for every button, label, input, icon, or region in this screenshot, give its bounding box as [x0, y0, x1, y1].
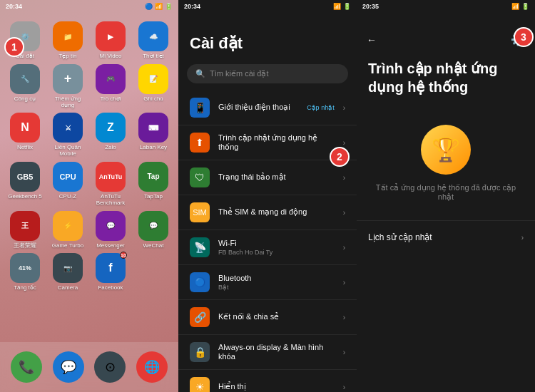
settings-text-sim: Thẻ SIM & mạng di động — [218, 207, 335, 217]
app-geekbench[interactable]: GB5 Geekbench 5 — [6, 162, 44, 207]
app-add[interactable]: + Thêm ứng dụng — [49, 64, 87, 109]
back-button[interactable]: ← — [367, 34, 377, 46]
search-icon: 🔍 — [195, 69, 205, 78]
app-taptap[interactable]: Tap TapTap — [134, 162, 173, 207]
app-wechat[interactable]: 💬 WeChat — [134, 211, 173, 249]
time-3: 20:35 — [362, 3, 379, 10]
update-page-title: Trình cập nhật ứng dụng hệ thống — [357, 52, 535, 103]
app-empty — [134, 253, 173, 292]
update-header: ← ⚙️ 3 — [357, 13, 535, 52]
dock-recents[interactable]: ⊙ — [94, 351, 126, 383]
settings-text-connection: Kết nối & chia sẻ — [218, 312, 335, 321]
settings-text-bluetooth: Bluetooth Bật — [218, 274, 335, 290]
settings-text-update: Trình cập nhật ứng dụng hệ thống — [218, 133, 335, 152]
settings-icon-connection: 🔗 — [190, 307, 210, 327]
settings-icon-about: 📱 — [190, 98, 210, 118]
app-facebook[interactable]: f 10 Facebook — [91, 253, 130, 292]
app-files[interactable]: 📁 Tệp tin — [49, 21, 87, 60]
app-settings[interactable]: ⚙️ 1 Cài đặt — [6, 21, 44, 60]
settings-title: Cài đặt — [178, 13, 357, 60]
settings-icon-sim: SIM — [190, 202, 210, 222]
settings-icon-update: ⬆ — [190, 133, 210, 153]
app-labankey[interactable]: ⌨ Laban Key — [134, 113, 173, 158]
settings-item-lockscreen[interactable]: 🔒 Always-on display & Màn hình khóa › — [178, 335, 357, 370]
status-icons-1: 🔵 📶 🔋 — [145, 3, 173, 10]
status-icons-2: 📶 🔋 — [333, 3, 351, 10]
panel-settings: 20:34 📶 🔋 Cài đặt 🔍 Tìm kiếm cài đặt 📱 G… — [178, 0, 357, 392]
status-bar-3: 20:35 📶 🔋 — [357, 0, 535, 13]
settings-icon-security: 🛡 — [190, 167, 210, 187]
settings-item-wifi[interactable]: 📡 Wi-Fi FB Bach Ho Dai Ty › — [178, 230, 357, 265]
settings-item-display[interactable]: ☀ Hiển thị › — [178, 370, 357, 392]
dock-chrome[interactable]: 🌐 — [136, 351, 168, 383]
panel-home-screen: 20:34 🔵 📶 🔋 ⚙️ 1 Cài đặt 📁 Tệp tin ▶ Mi … — [0, 0, 178, 392]
settings-text-lockscreen: Always-on display & Màn hình khóa — [218, 343, 335, 361]
settings-text-display: Hiển thị — [218, 382, 335, 391]
settings-icon-wifi: 📡 — [190, 237, 210, 257]
notification-badge: 10 — [120, 252, 127, 259]
settings-item-about[interactable]: 📱 Giới thiệu điện thoại Cập nhật › — [178, 91, 357, 125]
panel-system-update: 20:35 📶 🔋 ← ⚙️ 3 Trình cập nhật ứng dụng… — [357, 0, 535, 392]
status-bar-2: 20:34 📶 🔋 — [178, 0, 357, 13]
update-status-text: Tất cả ứng dụng hệ thống đã được cập nhậ… — [368, 183, 524, 202]
settings-icon-display: ☀ — [190, 377, 210, 392]
update-trophy-icon: 🏆 — [421, 125, 471, 175]
app-tools[interactable]: 🔧 Công cụ — [6, 64, 44, 109]
step-badge-2: 2 — [330, 147, 350, 167]
settings-text-about: Giới thiệu điện thoại — [218, 103, 298, 112]
app-grid: ⚙️ 1 Cài đặt 📁 Tệp tin ▶ Mi Video ☁️ Thờ… — [0, 16, 178, 297]
update-history-row[interactable]: Lịch sử cập nhật › — [357, 220, 535, 254]
time-1: 20:34 — [6, 3, 22, 10]
app-cpuz[interactable]: CPU CPU-Z — [49, 162, 87, 207]
app-camera[interactable]: 📷 Camera — [49, 253, 87, 292]
app-lienquan[interactable]: ⚔ Liên Quân Mobile — [49, 113, 87, 158]
app-zalo[interactable]: Z Zalo — [91, 113, 130, 158]
dock-phone[interactable]: 📞 — [11, 351, 42, 383]
settings-item-security[interactable]: 🛡 Trạng thái bảo mật › — [178, 160, 357, 195]
settings-icon-bluetooth: 🔵 — [190, 272, 210, 292]
app-boost[interactable]: 41% Tăng tốc — [6, 253, 44, 292]
step-badge-3: 3 — [514, 27, 534, 47]
app-wangzhe[interactable]: 王 王者荣耀 — [6, 211, 44, 249]
settings-item-bluetooth[interactable]: 🔵 Bluetooth Bật › — [178, 265, 357, 300]
app-notes[interactable]: 📝 Ghi chú — [134, 64, 173, 109]
app-games[interactable]: 🎮 Trò chơi — [91, 64, 130, 109]
app-weather[interactable]: ☁️ Thời tiết — [134, 21, 173, 60]
settings-text-wifi: Wi-Fi FB Bach Ho Dai Ty — [218, 239, 335, 255]
settings-list: 📱 Giới thiệu điện thoại Cập nhật › ⬆ Trì… — [178, 88, 357, 392]
dock: 📞 💬 ⊙ 🌐 — [0, 342, 178, 392]
update-history-arrow: › — [521, 234, 524, 242]
settings-gear-icon[interactable]: ⚙️ 3 — [511, 33, 525, 46]
status-bar-1: 20:34 🔵 📶 🔋 — [0, 0, 178, 13]
time-2: 20:34 — [184, 3, 200, 10]
settings-item-connection[interactable]: 🔗 Kết nối & chia sẻ › — [178, 300, 357, 335]
dock-messages[interactable]: 💬 — [53, 351, 84, 383]
settings-item-update[interactable]: ⬆ Trình cập nhật ứng dụng hệ thống › 2 — [178, 125, 357, 160]
settings-item-sim[interactable]: SIM Thẻ SIM & mạng di động › — [178, 195, 357, 230]
update-history-label: Lịch sử cập nhật — [368, 232, 432, 242]
settings-icon-lockscreen: 🔒 — [190, 342, 210, 362]
app-mivideo[interactable]: ▶ Mi Video — [91, 21, 130, 60]
app-messenger[interactable]: 💬 Messenger — [91, 211, 130, 249]
search-placeholder: Tìm kiếm cài đặt — [210, 69, 268, 78]
update-content: 🏆 Tất cả ứng dụng hệ thống đã được cập n… — [357, 103, 535, 213]
app-gameturbo[interactable]: ⚡ Game Turbo — [49, 211, 87, 249]
app-antutu[interactable]: AnTuTu AnTuTu Benchmark — [91, 162, 130, 207]
settings-text-security: Trạng thái bảo mật — [218, 172, 335, 182]
search-bar[interactable]: 🔍 Tìm kiếm cài đặt — [187, 64, 348, 83]
status-icons-3: 📶 🔋 — [511, 3, 529, 10]
app-netflix[interactable]: N Netflix — [6, 113, 44, 158]
step-badge-1: 1 — [4, 37, 24, 57]
